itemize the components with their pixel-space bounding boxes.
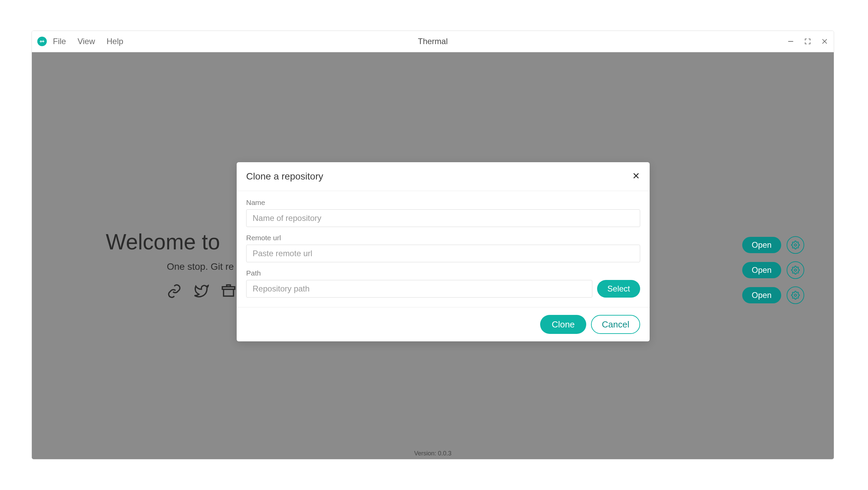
welcome-title: Welcome to xyxy=(106,229,236,255)
repo-actions: Open Open Open xyxy=(742,236,817,304)
menu-help[interactable]: Help xyxy=(106,37,123,46)
open-button[interactable]: Open xyxy=(742,262,781,278)
version-label: Version: 0.0.3 xyxy=(414,450,451,457)
store-icon[interactable] xyxy=(221,284,236,300)
welcome-icons xyxy=(167,284,236,300)
modal-close-icon[interactable] xyxy=(632,172,640,181)
cancel-button[interactable]: Cancel xyxy=(591,315,640,334)
path-label: Path xyxy=(246,269,640,277)
gear-icon xyxy=(791,291,800,300)
repo-row: Open xyxy=(742,236,817,254)
menu-file[interactable]: File xyxy=(53,37,66,46)
app-window: File View Help Thermal Welcome to One st… xyxy=(32,31,834,459)
svg-point-4 xyxy=(794,269,796,271)
welcome-section: Welcome to One stop. Git re xyxy=(106,229,236,300)
open-button[interactable]: Open xyxy=(742,237,781,253)
link-icon[interactable] xyxy=(167,284,182,300)
app-icon xyxy=(37,37,47,46)
gear-icon xyxy=(791,241,800,249)
clone-button[interactable]: Clone xyxy=(540,315,586,334)
main-content: Welcome to One stop. Git re Open xyxy=(32,52,834,459)
gear-icon xyxy=(791,266,800,275)
twitter-icon[interactable] xyxy=(194,284,209,300)
window-controls xyxy=(787,38,828,45)
titlebar: File View Help Thermal xyxy=(32,31,834,52)
open-button[interactable]: Open xyxy=(742,287,781,303)
minimize-icon[interactable] xyxy=(787,38,794,45)
svg-point-5 xyxy=(794,294,796,297)
svg-point-3 xyxy=(794,244,796,246)
select-path-button[interactable]: Select xyxy=(597,280,640,298)
maximize-icon[interactable] xyxy=(804,38,811,45)
modal-header: Clone a repository xyxy=(237,162,650,191)
name-label: Name xyxy=(246,199,640,207)
settings-button[interactable] xyxy=(787,236,804,254)
menu-view[interactable]: View xyxy=(78,37,95,46)
remote-input[interactable] xyxy=(246,245,640,262)
remote-label: Remote url xyxy=(246,234,640,242)
repo-row: Open xyxy=(742,286,817,304)
welcome-subtitle: One stop. Git re xyxy=(167,261,236,272)
modal-body: Name Remote url Path Select xyxy=(237,191,650,307)
path-input[interactable] xyxy=(246,280,592,298)
remote-url-field: Remote url xyxy=(246,234,640,262)
close-icon[interactable] xyxy=(821,38,828,45)
modal-title: Clone a repository xyxy=(246,171,323,182)
modal-footer: Clone Cancel xyxy=(237,307,650,341)
name-input[interactable] xyxy=(246,209,640,227)
repo-row: Open xyxy=(742,261,817,279)
window-title: Thermal xyxy=(418,37,448,46)
name-field: Name xyxy=(246,199,640,227)
settings-button[interactable] xyxy=(787,286,804,304)
path-field: Path Select xyxy=(246,269,640,298)
settings-button[interactable] xyxy=(787,261,804,279)
clone-repository-modal: Clone a repository Name Remote url Path xyxy=(237,162,650,341)
